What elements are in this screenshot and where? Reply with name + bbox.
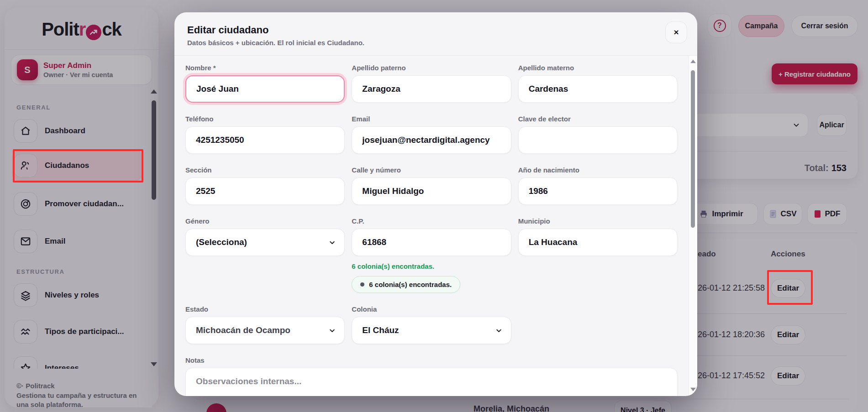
genero-select[interactable]: (Selecciona) <box>185 229 345 256</box>
modal-body: Nombre * Apellido paterno Apellido mater… <box>174 56 689 396</box>
dot-icon <box>360 282 364 287</box>
calle-input[interactable] <box>352 177 511 205</box>
field-label: Clave de elector <box>518 115 678 123</box>
field-label: Municipio <box>518 217 678 225</box>
close-button[interactable]: × <box>665 21 687 43</box>
colonias-badge-label: 6 colonia(s) encontradas. <box>369 281 452 288</box>
field-label: Notas <box>185 356 678 364</box>
field-label: C.P. <box>352 217 511 225</box>
anio-nacimiento-input[interactable] <box>518 177 678 205</box>
field-notas: Notas <box>185 356 678 396</box>
field-label: Apellido materno <box>518 64 678 72</box>
field-apellido-paterno: Apellido paterno <box>352 64 511 103</box>
field-email: Email <box>352 115 511 154</box>
modal-subtitle: Datos básicos + ubicación. El rol inicia… <box>187 39 364 47</box>
field-estado: Estado Michoacán de Ocampo <box>185 305 345 344</box>
field-cp: C.P. 6 colonia(s) encontradas. 6 colonia… <box>352 217 511 293</box>
field-calle: Calle y número <box>352 166 511 205</box>
chevron-down-icon <box>495 327 503 334</box>
apellido-paterno-input[interactable] <box>352 75 511 103</box>
nombre-input[interactable] <box>185 75 345 103</box>
estado-select-value: Michoacán de Ocampo <box>196 325 290 335</box>
cp-input[interactable] <box>352 229 511 256</box>
field-label: Teléfono <box>185 115 345 123</box>
annotation-box-ciudadanos <box>13 149 143 183</box>
field-label: Colonia <box>352 305 511 313</box>
colonias-badge: 6 colonia(s) encontradas. <box>352 276 460 293</box>
field-label: Año de nacimiento <box>518 166 678 174</box>
field-apellido-materno: Apellido materno <box>518 64 678 103</box>
field-anio-nacimiento: Año de nacimiento <box>518 166 678 205</box>
municipio-input[interactable] <box>518 229 678 256</box>
colonias-hint: 6 colonia(s) encontradas. <box>352 262 511 270</box>
field-seccion: Sección <box>185 166 345 205</box>
colonia-select[interactable]: El Cháuz <box>352 317 511 344</box>
field-label: Sección <box>185 166 345 174</box>
field-label: Nombre * <box>185 64 345 72</box>
close-icon: × <box>673 27 679 37</box>
seccion-input[interactable] <box>185 177 345 205</box>
colonia-select-value: El Cháuz <box>362 325 399 335</box>
field-clave-elector: Clave de elector <box>518 115 678 154</box>
field-label: Calle y número <box>352 166 511 174</box>
field-label: Email <box>352 115 511 123</box>
edit-citizen-modal: Editar ciudadano Datos básicos + ubicaci… <box>174 12 697 396</box>
field-telefono: Teléfono <box>185 115 345 154</box>
clave-elector-input[interactable] <box>518 126 678 154</box>
field-colonia: Colonia El Cháuz <box>352 305 511 344</box>
grid-spacer <box>518 305 678 344</box>
field-genero: Género (Selecciona) <box>185 217 345 293</box>
genero-select-value: (Selecciona) <box>196 237 247 247</box>
apellido-materno-input[interactable] <box>518 75 678 103</box>
modal-title: Editar ciudadano <box>187 24 268 36</box>
notas-textarea[interactable] <box>185 368 678 396</box>
field-label: Estado <box>185 305 345 313</box>
annotation-box-editar <box>767 270 813 305</box>
field-nombre: Nombre * <box>185 64 345 103</box>
email-input[interactable] <box>352 126 511 154</box>
estado-select[interactable]: Michoacán de Ocampo <box>185 317 345 344</box>
scroll-down-arrow[interactable] <box>690 388 696 391</box>
scroll-up-arrow[interactable] <box>690 60 696 63</box>
field-label: Género <box>185 217 345 225</box>
field-label: Apellido paterno <box>352 64 511 72</box>
chevron-down-icon <box>328 327 336 334</box>
field-municipio: Municipio <box>518 217 678 293</box>
telefono-input[interactable] <box>185 126 345 154</box>
chevron-down-icon <box>328 239 336 246</box>
scrollbar-thumb[interactable] <box>691 70 695 228</box>
modal-scrollbar[interactable] <box>689 56 697 396</box>
